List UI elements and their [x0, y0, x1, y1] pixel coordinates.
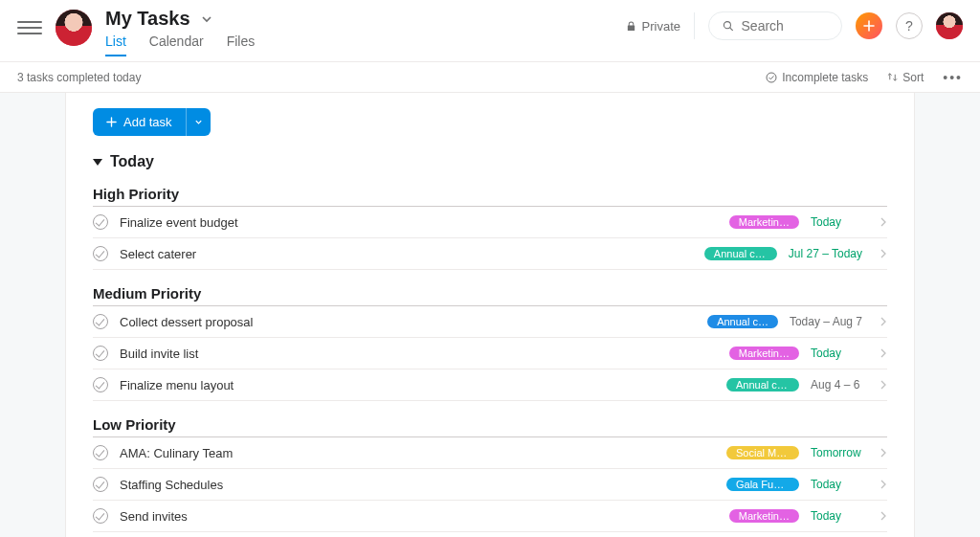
chevron-right-icon[interactable]	[880, 217, 887, 227]
svg-point-2	[767, 73, 776, 82]
project-avatar[interactable]	[56, 10, 92, 46]
group-header: High Priority	[93, 186, 887, 207]
task-row[interactable]: Staffing SchedulesGala Fun…Today	[93, 469, 887, 501]
tab-files[interactable]: Files	[227, 34, 256, 56]
project-tag[interactable]: Annual cu…	[726, 378, 799, 392]
group-header: Medium Priority	[93, 285, 887, 306]
sort-label: Sort	[902, 71, 924, 84]
due-date: Today – Aug 7	[790, 315, 862, 328]
add-button[interactable]	[856, 12, 882, 39]
due-date: Today	[811, 215, 862, 229]
project-tag[interactable]: Marketin…	[729, 215, 799, 229]
complete-check-icon[interactable]	[93, 246, 108, 261]
task-name: Finalize event budget	[120, 215, 718, 230]
lock-icon	[626, 21, 636, 32]
task-row[interactable]: Collect dessert proposalAnnual c…Today –…	[93, 306, 887, 338]
project-tag[interactable]: Annual c…	[707, 315, 778, 328]
section-today[interactable]: Today	[93, 153, 887, 170]
add-task-label: Add task	[123, 115, 172, 129]
due-date: Today	[811, 347, 862, 360]
topbar-right: Private ?	[626, 11, 963, 40]
task-name: Select caterer	[120, 247, 693, 261]
group-header: Low Priority	[93, 416, 887, 437]
chevron-right-icon[interactable]	[880, 380, 887, 390]
task-row[interactable]: Send invitesMarketin…Today	[93, 501, 887, 532]
check-circle-icon	[766, 72, 777, 83]
project-tag[interactable]: Annual cu…	[704, 247, 777, 260]
user-avatar[interactable]	[936, 12, 963, 39]
svg-line-1	[730, 28, 733, 31]
chevron-right-icon[interactable]	[880, 511, 887, 521]
chevron-right-icon[interactable]	[880, 249, 887, 258]
task-row[interactable]: AMA: Culinary TeamSocial Me…Tomorrow	[93, 437, 887, 469]
chevron-down-icon	[194, 118, 203, 126]
filter-incomplete[interactable]: Incomplete tasks	[766, 71, 868, 84]
project-tag[interactable]: Marketin…	[729, 347, 799, 360]
complete-check-icon[interactable]	[93, 445, 108, 460]
topbar: My Tasks List Calendar Files Private ?	[0, 0, 980, 61]
completed-count: 3 tasks completed today	[17, 71, 141, 84]
tab-list[interactable]: List	[105, 34, 126, 56]
task-name: Send invites	[120, 509, 718, 524]
complete-check-icon[interactable]	[93, 477, 108, 492]
private-label: Private	[642, 19, 680, 34]
subbar: 3 tasks completed today Incomplete tasks…	[0, 61, 980, 93]
search-input[interactable]	[742, 18, 828, 34]
chevron-right-icon[interactable]	[880, 348, 887, 358]
menu-icon[interactable]	[17, 15, 42, 40]
task-name: Build invite list	[120, 347, 718, 361]
tabs: List Calendar Files	[105, 34, 255, 56]
search-field[interactable]	[708, 11, 842, 40]
chevron-right-icon[interactable]	[880, 448, 887, 458]
complete-check-icon[interactable]	[93, 346, 108, 361]
task-row[interactable]: Build invite listMarketin…Today	[93, 338, 887, 369]
chevron-right-icon[interactable]	[880, 480, 887, 489]
more-icon[interactable]: •••	[943, 70, 963, 85]
project-tag[interactable]: Gala Fun…	[726, 478, 799, 491]
due-date: Tomorrow	[811, 446, 862, 459]
plus-icon	[863, 20, 875, 32]
divider	[694, 12, 695, 39]
page-title: My Tasks	[105, 8, 190, 30]
sort-button[interactable]: Sort	[887, 71, 924, 84]
incomplete-label: Incomplete tasks	[782, 71, 868, 84]
due-date: Aug 4 – 6	[811, 378, 862, 392]
sort-icon	[887, 72, 898, 82]
chevron-right-icon[interactable]	[880, 317, 887, 326]
task-name: Collect dessert proposal	[120, 315, 696, 329]
complete-check-icon[interactable]	[93, 314, 108, 329]
task-panel: Add task Today High PriorityFinalize eve…	[65, 93, 915, 537]
section-title-today: Today	[110, 153, 154, 170]
tab-calendar[interactable]: Calendar	[149, 34, 204, 56]
due-date: Today	[811, 509, 862, 523]
complete-check-icon[interactable]	[93, 377, 108, 392]
title-block: My Tasks List Calendar Files	[105, 8, 255, 56]
task-name: AMA: Culinary Team	[120, 446, 715, 460]
task-row[interactable]: Select catererAnnual cu…Jul 27 – Today	[93, 238, 887, 270]
triangle-down-icon	[93, 159, 102, 166]
add-task-group: Add task	[93, 108, 211, 136]
chevron-down-icon[interactable]	[200, 12, 213, 26]
task-name: Finalize menu layout	[120, 378, 715, 392]
project-tag[interactable]: Social Me…	[726, 446, 799, 459]
task-row[interactable]: Finalize event budgetMarketin…Today	[93, 207, 887, 238]
private-button[interactable]: Private	[626, 19, 680, 34]
due-date: Today	[811, 478, 862, 491]
svg-point-0	[724, 22, 730, 29]
add-task-button[interactable]: Add task	[93, 108, 186, 136]
task-name: Staffing Schedules	[120, 478, 715, 492]
task-row[interactable]: Finalize menu layoutAnnual cu…Aug 4 – 6	[93, 369, 887, 401]
plus-icon	[106, 117, 117, 127]
complete-check-icon[interactable]	[93, 214, 108, 230]
add-task-dropdown[interactable]	[186, 108, 211, 136]
project-tag[interactable]: Marketin…	[729, 509, 799, 523]
help-button[interactable]: ?	[896, 12, 923, 39]
due-date: Jul 27 – Today	[789, 247, 862, 260]
complete-check-icon[interactable]	[93, 508, 108, 524]
search-icon	[723, 19, 734, 33]
